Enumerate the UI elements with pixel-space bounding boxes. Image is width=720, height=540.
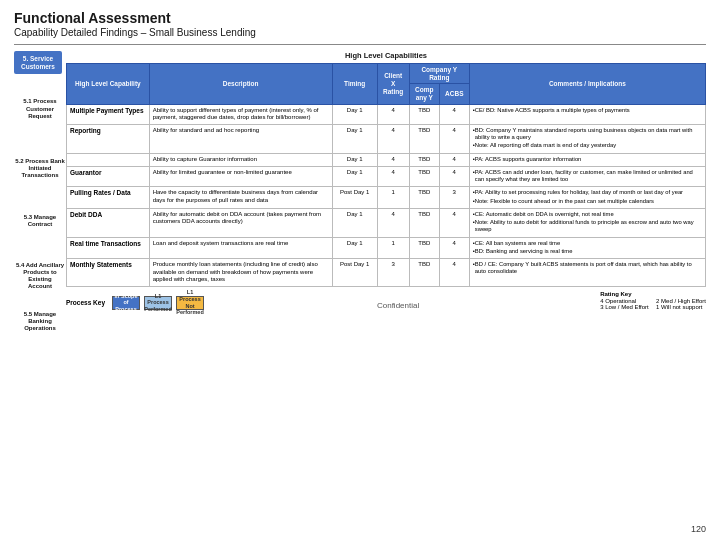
- th-capability: High Level Capability: [67, 63, 150, 104]
- td-capability: Multiple Payment Types: [67, 104, 150, 124]
- td-timing: Day 1: [332, 153, 377, 166]
- td-capability: Reporting: [67, 124, 150, 153]
- td-description: Have the capacity to differentiate busin…: [149, 187, 332, 208]
- th-comments: Comments / Implications: [469, 63, 705, 104]
- td-comp: TBD: [409, 187, 439, 208]
- td-comments: • CE: All ban systems are real time• BD:…: [469, 237, 705, 258]
- process-key-box: Process Key In ScopeofProcess L1 Process…: [66, 296, 204, 310]
- comment-item: • Note: All reporting off data mart is e…: [473, 142, 702, 149]
- rating-grid: 4 Operational 2 Med / High Effort 3 Low …: [600, 298, 706, 310]
- td-comments: • PA: ACBS can add under loan, facility …: [469, 166, 705, 186]
- td-client-rating: 1: [377, 237, 409, 258]
- rating-3: 3 Low / Med Effort: [600, 304, 650, 310]
- rating-1: 1 Will not support: [656, 304, 706, 310]
- section-5-4: 5.4 Add AncillaryProducts toExistingAcco…: [14, 260, 66, 293]
- td-client-rating: 4: [377, 153, 409, 166]
- section-5-5: 5.5 ManageBankingOperations: [14, 309, 66, 335]
- td-comp: TBD: [409, 259, 439, 287]
- td-capability: Real time Transactions: [67, 237, 150, 258]
- comment-item: • Note: Flexible to count ahead or in th…: [473, 198, 702, 205]
- td-timing: Day 1: [332, 166, 377, 186]
- section-5-2: 5.2 Process BankInitiatedTransactions: [14, 156, 66, 182]
- td-acbs: 3: [439, 187, 469, 208]
- section-5-3: 5.3 ManageContract: [14, 212, 66, 230]
- pk-in-scope: In ScopeofProcess: [112, 296, 140, 310]
- left-sidebar: 5. Service Customers 5.1 ProcessCustomer…: [14, 51, 66, 336]
- td-timing: Day 1: [332, 124, 377, 153]
- pk-swatch-scope: In ScopeofProcess: [112, 296, 140, 310]
- th-comp: Company Y: [409, 84, 439, 105]
- td-capability: Monthly Statements: [67, 259, 150, 287]
- td-acbs: 4: [439, 104, 469, 124]
- td-acbs: 4: [439, 166, 469, 186]
- main-table: High Level Capability Description Timing…: [66, 63, 706, 287]
- td-comp: TBD: [409, 104, 439, 124]
- td-acbs: 4: [439, 153, 469, 166]
- td-client-rating: 4: [377, 208, 409, 237]
- td-description: Ability to capture Guarantor information: [149, 153, 332, 166]
- td-client-rating: 4: [377, 166, 409, 186]
- td-comments: • BD: Company Y maintains standard repor…: [469, 124, 705, 153]
- td-description: Ability for limited guarantee or non-lim…: [149, 166, 332, 186]
- page-number: 120: [691, 524, 706, 534]
- td-client-rating: 4: [377, 104, 409, 124]
- td-comments: • PA: ACBS supports guarantor informatio…: [469, 153, 705, 166]
- comment-item: • PA: ACBS can add under loan, facility …: [473, 169, 702, 183]
- td-comments: • PA: Ability to set processing rules fo…: [469, 187, 705, 208]
- td-timing: Day 1: [332, 208, 377, 237]
- td-description: Produce monthly loan statements (includi…: [149, 259, 332, 287]
- td-description: Loan and deposit system transactions are…: [149, 237, 332, 258]
- td-acbs: 4: [439, 208, 469, 237]
- pk-not-performed: L1 ProcessNot Performed: [176, 296, 204, 310]
- td-description: Ability for automatic debit on DDA accou…: [149, 208, 332, 237]
- td-capability: Debit DDA: [67, 208, 150, 237]
- td-acbs: 4: [439, 259, 469, 287]
- process-key-title: Process Key: [66, 299, 105, 306]
- td-comments: • CE: Automatic debit on DDA is overnigh…: [469, 208, 705, 237]
- comment-item: • PA: Ability to set processing rules fo…: [473, 189, 702, 196]
- th-timing: Timing: [332, 63, 377, 104]
- td-comp: TBD: [409, 153, 439, 166]
- th-client: ClientXRating: [377, 63, 409, 104]
- rating-key-title: Rating Key: [600, 291, 706, 297]
- confidential-label: Confidential: [210, 301, 586, 310]
- th-acbs: ACBS: [439, 84, 469, 105]
- content-area: High Level Capabilities High Level Capab…: [66, 51, 706, 336]
- td-capability: [67, 153, 150, 166]
- page: Functional Assessment Capability Detaile…: [0, 0, 720, 540]
- pk-swatch-performed: L1 ProcessPerformed: [144, 296, 172, 310]
- header-divider: [14, 44, 706, 45]
- td-comp: TBD: [409, 124, 439, 153]
- td-client-rating: 3: [377, 259, 409, 287]
- td-client-rating: 4: [377, 124, 409, 153]
- pk-performed: L1 ProcessPerformed: [144, 296, 172, 310]
- td-comp: TBD: [409, 166, 439, 186]
- td-comp: TBD: [409, 208, 439, 237]
- comment-item: • CE/ BD: Native ACBS supports a multipl…: [473, 107, 702, 114]
- td-acbs: 4: [439, 124, 469, 153]
- th-company-y: Company YRating: [409, 63, 469, 84]
- rating-key: Rating Key 4 Operational 2 Med / High Ef…: [600, 291, 706, 310]
- th-description: Description: [149, 63, 332, 104]
- comment-item: • CE: All ban systems are real time: [473, 240, 702, 247]
- td-capability: Guarantor: [67, 166, 150, 186]
- td-timing: Post Day 1: [332, 259, 377, 287]
- comment-item: • BD: Company Y maintains standard repor…: [473, 127, 702, 141]
- td-comments: • BD / CE: Company Y built ACBS statemen…: [469, 259, 705, 287]
- high-level-header: High Level Capabilities: [66, 51, 706, 60]
- td-timing: Day 1: [332, 104, 377, 124]
- service-label: 5. Service Customers: [14, 51, 62, 75]
- td-comp: TBD: [409, 237, 439, 258]
- header-title: Functional Assessment: [14, 10, 706, 27]
- td-description: Ability to support different types of pa…: [149, 104, 332, 124]
- comment-item: • Note: Ability to auto debit for additi…: [473, 219, 702, 233]
- td-comments: • CE/ BD: Native ACBS supports a multipl…: [469, 104, 705, 124]
- comment-item: • BD / CE: Company Y built ACBS statemen…: [473, 261, 702, 275]
- comment-item: • CE: Automatic debit on DDA is overnigh…: [473, 211, 702, 218]
- td-description: Ability for standard and ad hoc reportin…: [149, 124, 332, 153]
- td-timing: Day 1: [332, 237, 377, 258]
- td-timing: Post Day 1: [332, 187, 377, 208]
- pk-swatch-not-performed: L1 ProcessNot Performed: [176, 296, 204, 310]
- td-acbs: 4: [439, 237, 469, 258]
- td-capability: Pulling Rates / Data: [67, 187, 150, 208]
